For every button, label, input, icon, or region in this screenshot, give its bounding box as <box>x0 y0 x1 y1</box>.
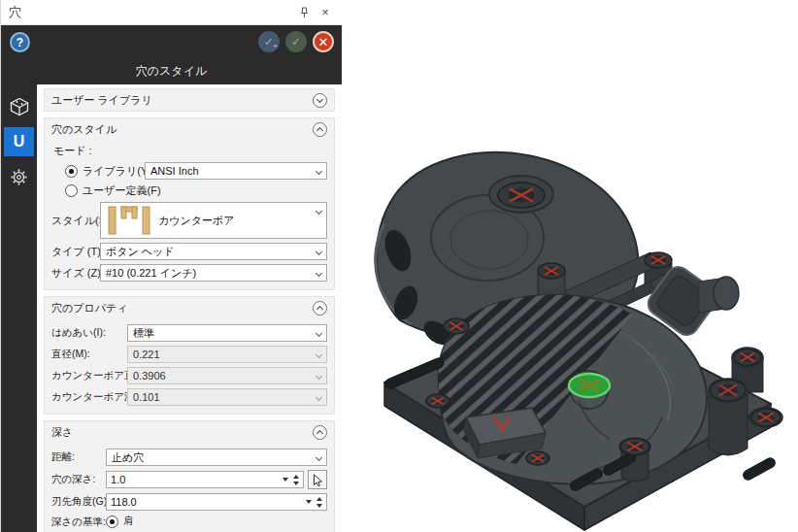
tip-angle-input[interactable] <box>111 496 304 508</box>
hole-center-marker[interactable] <box>751 409 781 426</box>
sidebar-item-part[interactable] <box>4 92 34 121</box>
hole-center-marker[interactable] <box>711 380 746 401</box>
depth-header[interactable]: 深さ <box>45 421 334 443</box>
hole-center-marker[interactable] <box>444 318 469 334</box>
application-window: 穴 × ? ✓ + ✓ ✕ 穴のスタイル <box>0 0 798 532</box>
cbore-depth-label: カウンターボア深さ(C): <box>51 390 127 404</box>
header-actions: ✓ + ✓ ✕ <box>258 31 334 52</box>
sidebar-item-settings[interactable] <box>4 162 34 191</box>
hole-center-marker[interactable] <box>538 263 565 279</box>
ref-shoulder-label: 肩 <box>123 515 134 528</box>
pin-icon[interactable] <box>295 4 313 21</box>
hole-center-marker[interactable] <box>645 252 672 268</box>
mode-label: モード : <box>53 144 327 158</box>
section-depth: 深さ 距離: 止め穴 穴の深さ: <box>44 420 335 532</box>
user-library-header[interactable]: ユーザー ライブラリ <box>45 89 334 111</box>
diameter-field: 0.221 <box>127 346 327 363</box>
combo-caret-icon <box>316 373 322 380</box>
counterbore-profile-icon <box>106 205 150 236</box>
combo-caret-icon <box>316 249 322 255</box>
gear-icon <box>10 168 28 186</box>
dropdown-caret-icon[interactable] <box>306 500 312 504</box>
dialog-titlebar: 穴 × <box>1 0 342 25</box>
hole-style-header[interactable]: 穴のスタイル <box>45 118 334 140</box>
dialog-title: 穴 <box>9 4 291 21</box>
combo-caret-icon <box>316 454 322 461</box>
panel-header-title: 穴のスタイル <box>1 63 342 80</box>
hole-properties-header[interactable]: 穴のプロパティ <box>45 297 334 318</box>
ok-button[interactable]: ✓ <box>285 31 307 52</box>
plus-icon: + <box>273 42 278 50</box>
tip-angle-field[interactable] <box>106 493 327 511</box>
size-label: サイズ (Z): <box>51 266 100 281</box>
u-style-icon: U <box>14 133 25 150</box>
hole-center-marker[interactable] <box>498 183 545 208</box>
dialog-header: ? ✓ + ✓ ✕ 穴のスタイル <box>1 25 342 84</box>
cancel-button[interactable]: ✕ <box>313 31 334 52</box>
combo-caret-icon <box>316 168 322 175</box>
sidebar-item-hole-style[interactable]: U <box>4 127 34 156</box>
chevron-up-icon[interactable] <box>313 122 327 137</box>
cbore-depth-field: 0.101 <box>127 388 327 406</box>
library-standard-combobox[interactable]: ANSI Inch <box>145 162 327 180</box>
user-defined-label: ユーザー定義(F) <box>83 183 161 198</box>
tip-angle-spinner[interactable] <box>316 497 322 508</box>
type-combobox[interactable]: ボタン ヘッド <box>100 243 327 260</box>
style-label: スタイル(S): <box>51 214 100 228</box>
hole-center-marker[interactable] <box>734 349 761 366</box>
depth-reference-label: 深さの基準: <box>51 515 106 529</box>
chevron-down-icon[interactable] <box>313 93 327 108</box>
hole-center-marker[interactable] <box>620 439 649 455</box>
hole-dialog-panel: 穴 × ? ✓ + ✓ ✕ 穴のスタイル <box>0 0 342 532</box>
combo-caret-icon <box>316 208 322 215</box>
dialog-content: ユーザー ライブラリ 穴のスタイル モード : ライブラリ(Y): <box>37 84 342 532</box>
distance-combobox[interactable]: 止め穴 <box>106 449 327 466</box>
hole-depth-input[interactable] <box>111 474 281 485</box>
3d-viewport[interactable] <box>342 0 798 532</box>
fit-label: はめあい(I): <box>51 326 127 340</box>
style-combobox[interactable]: カウンターボア <box>100 202 327 239</box>
size-combobox[interactable]: #10 (0.221 インチ) <box>100 264 327 282</box>
help-button[interactable]: ? <box>10 32 30 52</box>
cbore-diameter-label: カウンターボア直径(B): <box>51 369 127 382</box>
distance-label: 距離: <box>51 450 106 464</box>
chevron-up-icon[interactable] <box>313 301 327 316</box>
combo-caret-icon <box>316 330 322 337</box>
model-canvas <box>342 0 798 532</box>
combo-caret-icon <box>316 351 322 358</box>
section-hole-properties: 穴のプロパティ はめあい(I): 標準 直径(M): <box>44 296 335 415</box>
apply-and-new-button[interactable]: ✓ + <box>258 31 280 52</box>
part-cube-icon <box>8 95 31 118</box>
combo-caret-icon <box>316 270 322 277</box>
hole-depth-spinner[interactable] <box>293 475 299 485</box>
chevron-up-icon[interactable] <box>313 425 327 440</box>
pick-in-viewport-button[interactable] <box>308 470 327 489</box>
section-user-library: ユーザー ライブラリ <box>44 88 335 112</box>
hole-depth-label: 穴の深さ: <box>51 473 106 486</box>
hole-depth-field[interactable] <box>106 471 304 488</box>
ref-shoulder-radio[interactable] <box>106 515 118 528</box>
combo-caret-icon <box>316 394 322 401</box>
hole-center-marker[interactable] <box>526 451 549 465</box>
dropdown-caret-icon[interactable] <box>283 478 288 482</box>
tip-angle-label: 刃先角度(G): <box>51 495 106 509</box>
cbore-diameter-field: 0.3906 <box>127 367 327 384</box>
dialog-sidebar: U <box>1 84 37 532</box>
type-label: タイプ (T): <box>51 245 100 259</box>
hole-center-marker[interactable] <box>426 394 449 408</box>
cursor-arrow-icon <box>313 474 323 486</box>
selected-hole-marker[interactable] <box>569 374 610 397</box>
close-icon[interactable]: × <box>316 4 334 21</box>
fit-combobox[interactable]: 標準 <box>127 324 327 342</box>
user-defined-radio[interactable] <box>65 184 78 197</box>
library-radio-label: ライブラリ(Y): <box>83 164 145 179</box>
diameter-label: 直径(M): <box>51 348 127 361</box>
section-hole-style: 穴のスタイル モード : ライブラリ(Y): ANSI Inch <box>44 117 335 290</box>
library-radio[interactable] <box>65 165 78 178</box>
